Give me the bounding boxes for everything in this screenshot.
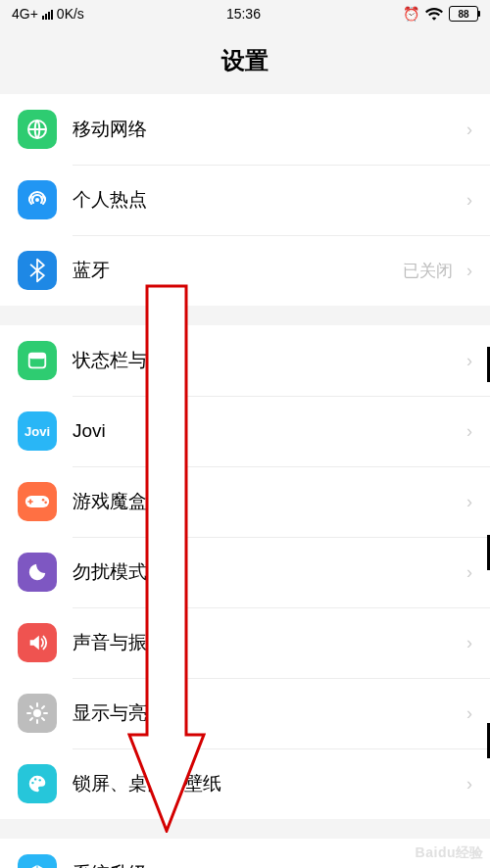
globe-icon [18,110,57,149]
status-right: ⏰ 88 [403,6,478,22]
page-title: 设置 [0,45,490,76]
status-left: 4G+ 0K/s [12,6,84,22]
chevron-right-icon: › [466,120,472,140]
svg-point-8 [31,782,33,784]
item-label: 勿扰模式 [73,559,147,585]
page-header: 设置 [0,27,490,94]
chevron-right-icon: › [466,261,472,280]
item-label: 个人热点 [73,187,147,213]
item-label: 移动网络 [73,117,147,142]
item-label: 游戏魔盒 [73,489,147,514]
item-label: 声音与振动 [73,630,166,655]
item-display[interactable]: 显示与亮度 › [0,678,490,748]
moon-icon [18,553,57,592]
item-label: 显示与亮度 [73,700,166,726]
svg-point-5 [42,499,45,502]
item-jovi[interactable]: Jovi Jovi › [0,396,490,466]
chevron-right-icon: › [466,633,472,653]
status-time: 15:36 [226,6,261,22]
palette-icon [18,764,57,803]
svg-point-1 [35,198,39,202]
svg-rect-3 [29,354,46,360]
jovi-icon: Jovi [18,411,57,451]
notification-icon [18,341,57,380]
gamepad-icon [18,482,57,521]
cube-icon [18,854,57,868]
bluetooth-icon [18,251,57,290]
svg-point-7 [33,709,41,717]
item-bluetooth[interactable]: 蓝牙 已关闭 › [0,235,490,306]
item-do-not-disturb[interactable]: 勿扰模式 › [0,537,490,607]
item-label: Jovi [73,420,106,442]
chevron-right-icon: › [466,190,472,211]
brightness-icon [18,694,57,733]
settings-group-1: 移动网络 › 个人热点 › 蓝牙 已关闭 › [0,94,490,306]
status-bar: 4G+ 0K/s 15:36 ⏰ 88 [0,0,490,27]
battery-icon: 88 [449,6,478,22]
alarm-icon: ⏰ [403,6,419,22]
settings-group-2: 状态栏与通知 › Jovi Jovi › 游戏魔盒 › 勿扰模式 › [0,325,490,819]
item-game-box[interactable]: 游戏魔盒 › [0,466,490,537]
network-speed: 0K/s [57,6,84,22]
svg-point-9 [34,778,36,780]
chevron-right-icon: › [466,421,472,442]
hotspot-icon [18,180,57,219]
svg-point-6 [44,502,47,505]
wifi-icon [425,7,443,21]
item-label: 状态栏与通知 [73,348,184,373]
chevron-right-icon: › [466,562,472,583]
chevron-right-icon: › [466,864,472,869]
item-status-bar[interactable]: 状态栏与通知 › [0,325,490,396]
item-mobile-network[interactable]: 移动网络 › [0,94,490,165]
item-lock-screen[interactable]: 锁屏、桌面与壁纸 › [0,748,490,819]
svg-point-10 [39,779,41,781]
watermark: Baidu经验 [416,844,484,862]
chevron-right-icon: › [466,351,472,371]
item-label: 锁屏、桌面与壁纸 [73,771,221,796]
item-personal-hotspot[interactable]: 个人热点 › [0,165,490,235]
signal-icon [42,8,53,20]
chevron-right-icon: › [466,774,472,795]
item-label: 蓝牙 [73,258,110,283]
chevron-right-icon: › [466,492,472,512]
item-label: 系统升级 [73,861,147,868]
item-sound[interactable]: 声音与振动 › [0,607,490,678]
chevron-right-icon: › [466,703,472,724]
speaker-icon [18,623,57,662]
item-value: 已关闭 [403,262,453,280]
network-type: 4G+ [12,6,38,22]
